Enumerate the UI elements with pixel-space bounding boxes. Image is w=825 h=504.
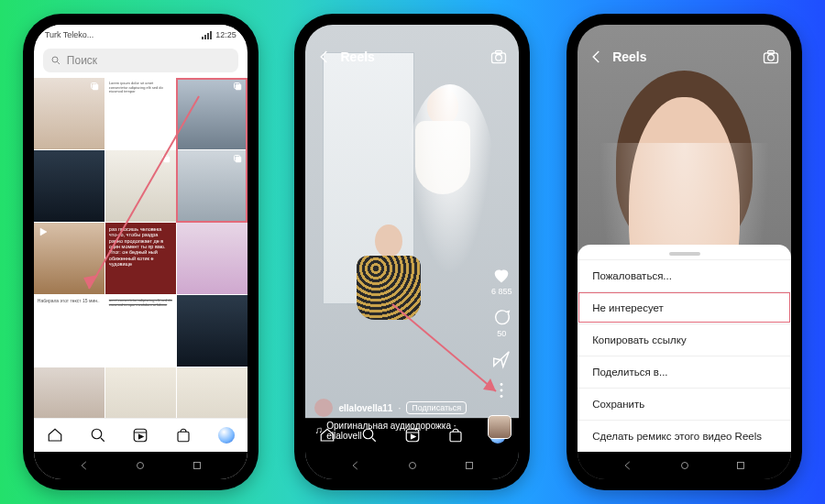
- back-icon[interactable]: [622, 459, 634, 472]
- phone-actionsheet: Turk Teleko... 12:47 Reels Пожалов: [566, 14, 802, 490]
- annotation-highlight: [176, 78, 248, 223]
- signal-icon: [202, 31, 212, 39]
- svg-point-27: [316, 432, 317, 433]
- home-nav-icon[interactable]: [134, 459, 147, 472]
- author-avatar[interactable]: [314, 399, 333, 417]
- search-tab-icon[interactable]: [90, 427, 106, 444]
- sheet-option-copy-link[interactable]: Копировать ссылку: [578, 323, 791, 356]
- svg-line-1: [57, 62, 60, 65]
- share-button[interactable]: [491, 349, 512, 369]
- android-nav: [578, 452, 791, 479]
- more-button[interactable]: [491, 380, 512, 400]
- svg-marker-10: [40, 228, 47, 236]
- sheet-option-save[interactable]: Сохранить: [578, 388, 791, 420]
- grid-tile[interactable]: [105, 150, 176, 222]
- home-nav-icon[interactable]: [406, 459, 419, 472]
- carousel-icon: [161, 154, 172, 165]
- reels-title: Reels: [340, 49, 374, 64]
- svg-point-13: [92, 429, 102, 439]
- sheet-option-share[interactable]: Поделиться в...: [578, 356, 791, 388]
- reels-tab-icon[interactable]: [132, 427, 148, 444]
- sheet-grabber[interactable]: [669, 252, 700, 256]
- grid-tile[interactable]: [34, 223, 104, 294]
- back-icon[interactable]: [78, 459, 91, 472]
- android-nav: [34, 452, 248, 479]
- svg-marker-17: [139, 434, 144, 439]
- svg-rect-41: [768, 50, 775, 53]
- grid-tile[interactable]: [34, 150, 104, 222]
- sheet-option-report[interactable]: Пожаловаться...: [578, 259, 791, 291]
- svg-rect-20: [194, 463, 201, 469]
- grid-tile[interactable]: Набирала этот текст 15 мин..: [34, 295, 104, 367]
- svg-rect-38: [466, 463, 472, 469]
- reels-title: Reels: [612, 49, 646, 64]
- svg-rect-43: [738, 463, 744, 469]
- search-icon: [50, 55, 61, 66]
- grid-tile[interactable]: amet consectetur adipiscing elit sed do …: [105, 295, 176, 367]
- grid-tile[interactable]: [34, 367, 104, 418]
- camera-icon[interactable]: [490, 48, 508, 66]
- back-arrow-icon[interactable]: [316, 49, 333, 65]
- sheet-option-remix[interactable]: Сделать ремикс этого видео Reels: [578, 420, 791, 452]
- sheet-option-not-interested[interactable]: Не интересует: [578, 291, 791, 323]
- audio-icon: [314, 426, 323, 435]
- svg-point-28: [320, 432, 321, 433]
- svg-point-26: [500, 395, 503, 398]
- comment-button[interactable]: 50: [491, 307, 512, 338]
- like-count: 6 855: [491, 287, 512, 296]
- grid-tile[interactable]: [105, 367, 176, 418]
- reels-meta: ellalovella11 · Подписаться Оригинальная…: [314, 399, 473, 441]
- grid-tile[interactable]: [34, 78, 104, 149]
- shop-tab-icon[interactable]: [175, 427, 192, 444]
- clock-label: 12:25: [215, 30, 236, 39]
- phone-explore: Turk Teleko... 12:25 Поиск Lorem ipsum d…: [23, 14, 258, 490]
- search-placeholder: Поиск: [67, 54, 97, 67]
- reels-header: Reels: [578, 43, 791, 71]
- grid-tile[interactable]: [177, 367, 248, 418]
- comment-count: 50: [497, 329, 506, 338]
- recents-icon[interactable]: [463, 459, 476, 472]
- author-username[interactable]: ellalovella11: [338, 403, 392, 413]
- svg-point-24: [500, 383, 503, 386]
- like-button[interactable]: 6 855: [491, 265, 512, 296]
- svg-rect-2: [93, 84, 98, 90]
- audio-label[interactable]: Оригинальная аудиодорожка · ellalovell: [326, 421, 473, 441]
- svg-point-0: [52, 57, 58, 62]
- svg-line-14: [101, 438, 104, 442]
- svg-point-25: [500, 389, 503, 392]
- subscribe-button[interactable]: Подписаться: [406, 401, 467, 414]
- audio-thumbnail[interactable]: [488, 415, 512, 439]
- svg-point-37: [409, 463, 415, 469]
- svg-rect-18: [178, 432, 189, 442]
- status-bar: Turk Teleko... 12:25: [34, 25, 248, 43]
- profile-avatar[interactable]: [218, 427, 235, 444]
- grid-tile[interactable]: [177, 295, 248, 367]
- svg-point-22: [496, 55, 502, 61]
- home-nav-icon[interactable]: [678, 459, 691, 472]
- svg-rect-6: [164, 157, 170, 162]
- explore-grid[interactable]: Lorem ipsum dolor sit amet consectetur a…: [34, 78, 248, 418]
- camera-icon[interactable]: [762, 48, 780, 66]
- carrier-label: Turk Teleko...: [45, 30, 94, 39]
- grid-tile[interactable]: раз просишь человека что-то, чтобы раздр…: [105, 223, 176, 294]
- search-input[interactable]: Поиск: [43, 49, 238, 72]
- back-icon[interactable]: [349, 459, 362, 472]
- home-icon[interactable]: [47, 427, 63, 444]
- reels-actions: 6 855 50: [491, 265, 512, 400]
- recents-icon[interactable]: [191, 459, 204, 472]
- svg-point-42: [681, 463, 688, 469]
- svg-rect-23: [496, 50, 502, 53]
- android-nav: [305, 452, 519, 479]
- play-icon: [38, 226, 49, 237]
- recents-icon[interactable]: [734, 459, 747, 472]
- action-sheet: Пожаловаться... Не интересует Копировать…: [578, 245, 791, 452]
- carousel-icon: [90, 82, 101, 93]
- svg-point-40: [768, 55, 775, 61]
- grid-tile[interactable]: [177, 223, 248, 294]
- tutorial-canvas: Turk Teleko... 12:25 Поиск Lorem ipsum d…: [0, 0, 825, 504]
- reels-header: Reels: [305, 43, 519, 71]
- grid-tile[interactable]: Lorem ipsum dolor sit amet consectetur a…: [105, 78, 176, 149]
- bottom-tabbar: [34, 418, 248, 452]
- phone-reels: Turk Teleko... 12:47 Reels: [294, 14, 530, 490]
- back-arrow-icon[interactable]: [588, 49, 605, 65]
